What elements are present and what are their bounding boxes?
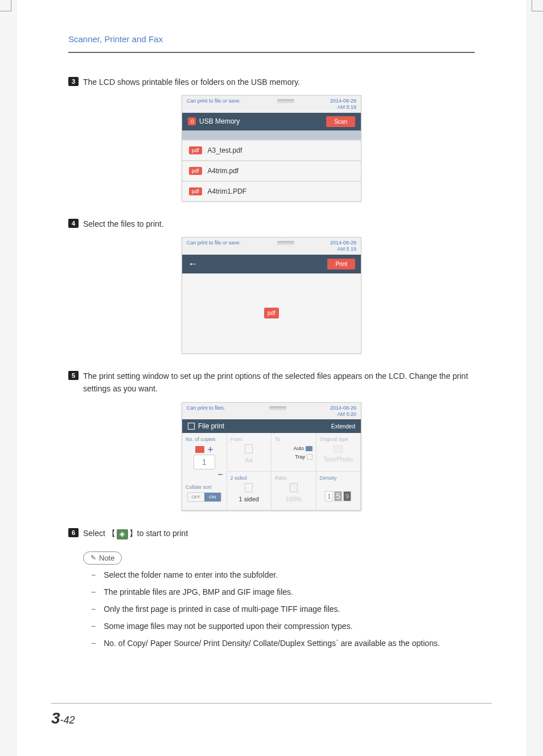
section-header: Scanner, Printer and Fax [68, 34, 475, 53]
from-value: A4 [231, 457, 268, 464]
file-name: A3_test.pdf [208, 146, 242, 154]
page-footer: 3-42 [51, 703, 492, 728]
step-text: The print setting window to set up the p… [83, 370, 475, 395]
step-number: 5 [68, 371, 79, 380]
sided-icon [245, 483, 253, 492]
ratio-icon [290, 483, 298, 492]
extended-button[interactable]: Extended [331, 423, 355, 430]
scan-button[interactable]: Scan [326, 116, 355, 127]
collate-toggle[interactable]: OFF ON [187, 492, 221, 502]
step-number: 6 [68, 528, 79, 537]
lcd-date: 2014-08-29 [330, 240, 356, 246]
note-item: − The printable files are JPG, BMP and G… [91, 587, 475, 596]
plus-icon[interactable]: + [208, 444, 213, 455]
step-number: 4 [68, 219, 79, 228]
lcd-date: 2014-08-29 [330, 405, 356, 411]
print-button[interactable]: Print [327, 259, 355, 269]
copy-count: 1 [194, 455, 215, 469]
file-row[interactable]: pdf A4trim.pdf [182, 160, 361, 181]
auto-label: Auto [293, 446, 304, 451]
usb-icon: ⎙ [188, 117, 196, 125]
pdf-icon: pdf [189, 187, 202, 195]
note-label: Note [99, 554, 114, 562]
density-max: 9 [343, 491, 351, 501]
lcd-status-text: Can print to file or save. [187, 98, 241, 111]
pdf-icon: pdf [189, 167, 202, 175]
page-number: -42 [60, 714, 75, 726]
tray-select-icon [307, 454, 312, 460]
pdf-icon: pdf [189, 146, 202, 154]
note-item: − Some image files may not be supported … [91, 622, 475, 631]
dash-icon: − [91, 622, 96, 631]
original-type-icon [334, 446, 343, 452]
step-text: The LCD shows printable files or folders… [83, 76, 300, 88]
tray-icon [195, 446, 204, 453]
file-name: A4trim1.PDF [208, 187, 247, 195]
pencil-icon: ✎ [90, 554, 96, 562]
lcd-screenshot-file-selected: Can print to file or save. 2014-08-29 AM… [182, 237, 361, 354]
note-item: − Select the folder name to enter into t… [91, 570, 475, 579]
file-name: A4trim.pdf [208, 167, 239, 175]
original-type-value: Text/Photo [320, 456, 357, 463]
file-row[interactable]: pdf A4trim1.PDF [182, 181, 361, 201]
collate-label: Collate sort [186, 484, 223, 490]
pdf-icon: pdf [264, 308, 279, 318]
lcd-handle-icon [269, 406, 286, 411]
lcd-time: AM 5:20 [337, 411, 356, 417]
step-text: Select the files to print. [83, 218, 164, 230]
settings-title: File print [198, 422, 224, 430]
lcd-title: USB Memory [199, 117, 240, 125]
note-item: − No. of Copy/ Paper Source/ Print Densi… [91, 639, 475, 648]
density-scale[interactable]: 1 5 9 [320, 491, 357, 501]
sided-label: 2 sided [231, 475, 268, 481]
dash-icon: − [91, 587, 96, 596]
note-item: − Only the first page is printed in case… [91, 604, 475, 614]
dash-icon: − [91, 570, 96, 579]
note-badge: ✎ Note [83, 551, 122, 565]
density-min: 1 [325, 491, 333, 501]
lcd-handle-icon [277, 241, 294, 246]
density-mid: 5 [334, 491, 342, 501]
lcd-screenshot-usb-list: Can print to file or save. 2014-08-29 AM… [182, 95, 361, 202]
density-label: Density [320, 475, 357, 481]
lcd-time: AM 5:19 [337, 104, 356, 110]
lcd-screenshot-print-settings: Can print to files. 2014-08-29 AM 5:20 F… [182, 402, 361, 512]
minus-icon[interactable]: − [217, 469, 223, 479]
tray-label: Tray [295, 454, 305, 460]
back-arrow-icon[interactable]: ← [188, 258, 198, 270]
lcd-handle-icon [277, 99, 294, 104]
paper-icon [245, 444, 253, 453]
toggle-on: ON [204, 493, 221, 501]
step-number: 3 [68, 77, 79, 86]
lcd-status-text: Can print to files. [187, 405, 225, 418]
document-icon [188, 423, 195, 430]
copies-label: No. of copies [186, 436, 223, 442]
original-type-label: Original type [320, 436, 357, 442]
sided-value: 1 sided [231, 496, 268, 502]
crop-mark [532, 0, 543, 11]
step-text: Select 【◈】to start to print [83, 527, 188, 540]
to-label: To [275, 436, 312, 442]
auto-icon [306, 446, 312, 451]
ratio-value: 100% [275, 496, 312, 502]
file-row[interactable]: pdf A3_test.pdf [182, 140, 361, 160]
chapter-number: 3 [51, 709, 60, 727]
ratio-label: Ratio [275, 475, 312, 481]
lcd-time: AM 5 19 [337, 246, 356, 252]
lcd-status-text: Can print to file or save. [187, 240, 241, 252]
from-label: From [231, 436, 268, 442]
toggle-off: OFF [188, 493, 204, 501]
crop-mark [0, 0, 11, 11]
lcd-date: 2014-08-29 [330, 98, 356, 104]
path-bar [182, 130, 361, 140]
start-button-icon: ◈ [117, 529, 128, 540]
dash-icon: − [91, 604, 96, 614]
dash-icon: − [91, 639, 96, 648]
